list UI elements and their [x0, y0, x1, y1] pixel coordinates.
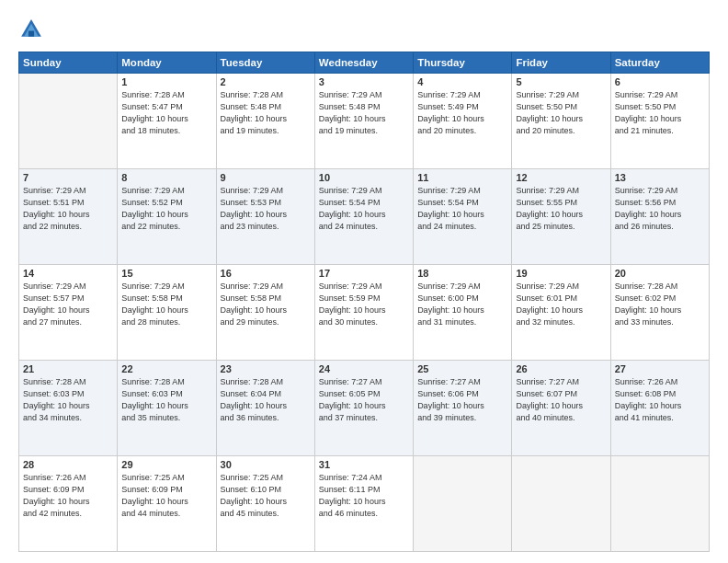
day-info: Sunrise: 7:27 AMSunset: 6:05 PMDaylight:…	[319, 376, 409, 424]
day-info: Sunrise: 7:28 AMSunset: 5:48 PMDaylight:…	[221, 89, 311, 137]
calendar-header-tuesday: Tuesday	[216, 52, 314, 74]
day-number: 14	[23, 268, 113, 279]
calendar-cell: 13Sunrise: 7:29 AMSunset: 5:56 PMDayligh…	[610, 169, 709, 265]
day-info: Sunrise: 7:25 AMSunset: 6:10 PMDaylight:…	[221, 472, 311, 520]
calendar-cell: 6Sunrise: 7:29 AMSunset: 5:50 PMDaylight…	[610, 74, 709, 169]
calendar-cell: 30Sunrise: 7:25 AMSunset: 6:10 PMDayligh…	[216, 456, 314, 552]
calendar-week-row: 21Sunrise: 7:28 AMSunset: 6:03 PMDayligh…	[19, 361, 710, 456]
calendar-cell: 12Sunrise: 7:29 AMSunset: 5:55 PMDayligh…	[512, 169, 610, 265]
day-info: Sunrise: 7:29 AMSunset: 5:58 PMDaylight:…	[221, 281, 311, 328]
logo-icon	[18, 17, 44, 42]
calendar-header-saturday: Saturday	[610, 52, 709, 74]
calendar-cell: 23Sunrise: 7:28 AMSunset: 6:04 PMDayligh…	[216, 361, 314, 456]
calendar-cell: 14Sunrise: 7:29 AMSunset: 5:57 PMDayligh…	[19, 265, 118, 361]
day-number: 25	[417, 363, 507, 374]
calendar-cell: 9Sunrise: 7:29 AMSunset: 5:53 PMDaylight…	[216, 169, 314, 265]
calendar-cell: 21Sunrise: 7:28 AMSunset: 6:03 PMDayligh…	[19, 361, 118, 456]
day-number: 7	[23, 172, 113, 183]
day-info: Sunrise: 7:27 AMSunset: 6:06 PMDaylight:…	[417, 376, 507, 424]
day-number: 17	[319, 268, 409, 279]
day-number: 26	[516, 363, 606, 374]
calendar-cell: 24Sunrise: 7:27 AMSunset: 6:05 PMDayligh…	[314, 361, 413, 456]
calendar-cell: 1Sunrise: 7:28 AMSunset: 5:47 PMDaylight…	[118, 74, 216, 169]
calendar-cell: 25Sunrise: 7:27 AMSunset: 6:06 PMDayligh…	[414, 361, 512, 456]
day-info: Sunrise: 7:29 AMSunset: 5:57 PMDaylight:…	[23, 281, 113, 328]
calendar-cell: 26Sunrise: 7:27 AMSunset: 6:07 PMDayligh…	[512, 361, 610, 456]
day-info: Sunrise: 7:29 AMSunset: 5:50 PMDaylight:…	[615, 89, 705, 137]
calendar-header-thursday: Thursday	[414, 52, 512, 74]
calendar-cell: 19Sunrise: 7:29 AMSunset: 6:01 PMDayligh…	[512, 265, 610, 361]
day-info: Sunrise: 7:29 AMSunset: 5:58 PMDaylight:…	[121, 281, 211, 328]
day-number: 21	[23, 363, 113, 374]
calendar-cell: 8Sunrise: 7:29 AMSunset: 5:52 PMDaylight…	[118, 169, 216, 265]
day-number: 3	[319, 76, 409, 87]
day-number: 18	[417, 268, 507, 279]
day-info: Sunrise: 7:27 AMSunset: 6:07 PMDaylight:…	[516, 376, 606, 424]
calendar-header-wednesday: Wednesday	[314, 52, 413, 74]
day-info: Sunrise: 7:29 AMSunset: 5:49 PMDaylight:…	[417, 89, 507, 137]
day-info: Sunrise: 7:26 AMSunset: 6:08 PMDaylight:…	[615, 376, 705, 424]
day-info: Sunrise: 7:29 AMSunset: 5:51 PMDaylight:…	[23, 185, 113, 233]
day-info: Sunrise: 7:29 AMSunset: 6:01 PMDaylight:…	[516, 281, 606, 328]
calendar-cell: 16Sunrise: 7:29 AMSunset: 5:58 PMDayligh…	[216, 265, 314, 361]
calendar-header-sunday: Sunday	[19, 52, 118, 74]
calendar-cell: 7Sunrise: 7:29 AMSunset: 5:51 PMDaylight…	[19, 169, 118, 265]
day-number: 10	[319, 172, 409, 183]
day-number: 28	[23, 459, 113, 470]
day-info: Sunrise: 7:24 AMSunset: 6:11 PMDaylight:…	[319, 472, 409, 520]
day-info: Sunrise: 7:28 AMSunset: 6:03 PMDaylight:…	[121, 376, 211, 424]
calendar-cell: 5Sunrise: 7:29 AMSunset: 5:50 PMDaylight…	[512, 74, 610, 169]
day-number: 12	[516, 172, 606, 183]
calendar-cell	[512, 456, 610, 552]
calendar-cell: 31Sunrise: 7:24 AMSunset: 6:11 PMDayligh…	[314, 456, 413, 552]
day-number: 5	[516, 76, 606, 87]
day-info: Sunrise: 7:29 AMSunset: 5:56 PMDaylight:…	[615, 185, 705, 233]
day-info: Sunrise: 7:29 AMSunset: 5:50 PMDaylight:…	[516, 89, 606, 137]
calendar-week-row: 1Sunrise: 7:28 AMSunset: 5:47 PMDaylight…	[19, 74, 710, 169]
calendar-cell: 4Sunrise: 7:29 AMSunset: 5:49 PMDaylight…	[414, 74, 512, 169]
calendar-cell: 22Sunrise: 7:28 AMSunset: 6:03 PMDayligh…	[118, 361, 216, 456]
day-info: Sunrise: 7:29 AMSunset: 5:48 PMDaylight:…	[319, 89, 409, 137]
calendar-week-row: 7Sunrise: 7:29 AMSunset: 5:51 PMDaylight…	[19, 169, 710, 265]
day-number: 4	[417, 76, 507, 87]
calendar-cell: 28Sunrise: 7:26 AMSunset: 6:09 PMDayligh…	[19, 456, 118, 552]
day-info: Sunrise: 7:29 AMSunset: 5:54 PMDaylight:…	[417, 185, 507, 233]
calendar-week-row: 28Sunrise: 7:26 AMSunset: 6:09 PMDayligh…	[19, 456, 710, 552]
day-number: 31	[319, 459, 409, 470]
calendar-cell: 27Sunrise: 7:26 AMSunset: 6:08 PMDayligh…	[610, 361, 709, 456]
day-number: 24	[319, 363, 409, 374]
day-number: 27	[615, 363, 705, 374]
day-number: 8	[121, 172, 211, 183]
day-number: 30	[221, 459, 311, 470]
day-info: Sunrise: 7:29 AMSunset: 5:59 PMDaylight:…	[319, 281, 409, 328]
calendar-header-friday: Friday	[512, 52, 610, 74]
calendar-cell: 11Sunrise: 7:29 AMSunset: 5:54 PMDayligh…	[414, 169, 512, 265]
day-info: Sunrise: 7:29 AMSunset: 5:52 PMDaylight:…	[121, 185, 211, 233]
calendar-cell: 15Sunrise: 7:29 AMSunset: 5:58 PMDayligh…	[118, 265, 216, 361]
day-number: 2	[221, 76, 311, 87]
calendar-week-row: 14Sunrise: 7:29 AMSunset: 5:57 PMDayligh…	[19, 265, 710, 361]
day-info: Sunrise: 7:28 AMSunset: 6:04 PMDaylight:…	[221, 376, 311, 424]
svg-rect-2	[28, 31, 34, 37]
day-number: 16	[221, 268, 311, 279]
day-info: Sunrise: 7:29 AMSunset: 5:53 PMDaylight:…	[221, 185, 311, 233]
calendar-cell: 20Sunrise: 7:28 AMSunset: 6:02 PMDayligh…	[610, 265, 709, 361]
day-number: 29	[121, 459, 211, 470]
calendar-cell	[610, 456, 709, 552]
calendar-cell: 18Sunrise: 7:29 AMSunset: 6:00 PMDayligh…	[414, 265, 512, 361]
logo	[18, 17, 48, 42]
calendar-header-row: SundayMondayTuesdayWednesdayThursdayFrid…	[19, 52, 710, 74]
day-info: Sunrise: 7:28 AMSunset: 6:03 PMDaylight:…	[23, 376, 113, 424]
day-number: 20	[615, 268, 705, 279]
day-number: 15	[121, 268, 211, 279]
calendar: SundayMondayTuesdayWednesdayThursdayFrid…	[18, 52, 710, 552]
calendar-cell: 2Sunrise: 7:28 AMSunset: 5:48 PMDaylight…	[216, 74, 314, 169]
day-info: Sunrise: 7:29 AMSunset: 6:00 PMDaylight:…	[417, 281, 507, 328]
calendar-cell: 3Sunrise: 7:29 AMSunset: 5:48 PMDaylight…	[314, 74, 413, 169]
day-number: 23	[221, 363, 311, 374]
day-number: 9	[221, 172, 311, 183]
day-number: 11	[417, 172, 507, 183]
day-info: Sunrise: 7:29 AMSunset: 5:54 PMDaylight:…	[319, 185, 409, 233]
calendar-cell: 17Sunrise: 7:29 AMSunset: 5:59 PMDayligh…	[314, 265, 413, 361]
day-info: Sunrise: 7:25 AMSunset: 6:09 PMDaylight:…	[121, 472, 211, 520]
